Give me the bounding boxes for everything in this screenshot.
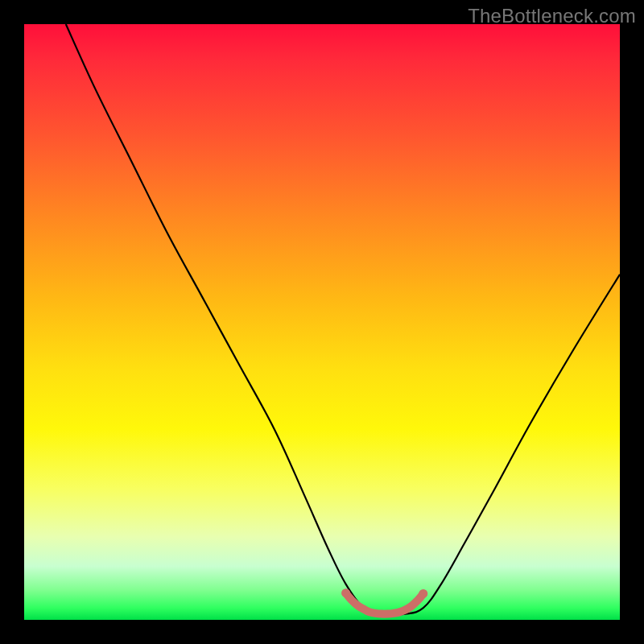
trough-endpoint-right: [419, 589, 427, 598]
plot-area: [24, 24, 620, 620]
trough-endpoint-left: [341, 588, 350, 597]
chart-frame: TheBottleneck.com: [0, 0, 644, 644]
curve-svg: [24, 24, 620, 620]
trough-highlight: [346, 593, 423, 614]
bottleneck-curve: [66, 24, 620, 615]
